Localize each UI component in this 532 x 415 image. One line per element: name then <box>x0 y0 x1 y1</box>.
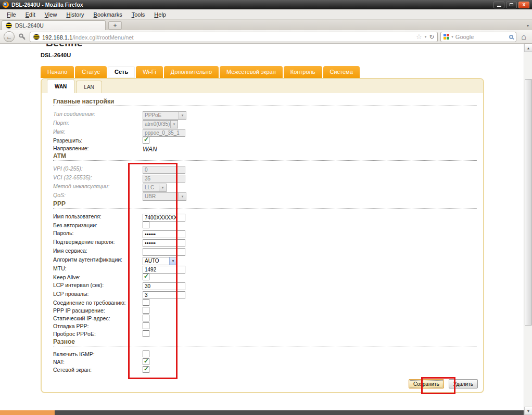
chevron-down-icon: ▾ <box>159 184 166 191</box>
back-button[interactable]: ← <box>4 31 15 42</box>
new-tab-button[interactable]: + <box>108 21 122 30</box>
field-label: LCP интервал (сек): <box>53 282 104 288</box>
checkbox[interactable] <box>143 222 149 228</box>
text-input[interactable] <box>143 291 185 299</box>
checkbox[interactable]: ✓ <box>143 366 149 373</box>
footer-dark-bar <box>55 410 524 415</box>
menu-item-view[interactable]: View <box>40 10 62 19</box>
field-control: ✓ <box>143 366 149 375</box>
restore-button[interactable] <box>506 2 517 8</box>
text-input[interactable] <box>143 175 185 183</box>
close-button[interactable]: X <box>518 2 529 8</box>
field-label: Соединение по требованию: <box>53 300 126 306</box>
checkbox[interactable] <box>143 351 149 357</box>
sub-tab-strip: WANLAN <box>42 79 483 93</box>
form-row: MTU: <box>53 264 472 273</box>
field-control <box>143 281 185 290</box>
checkbox[interactable]: ✓ <box>143 358 149 365</box>
beeline-favicon <box>6 22 12 29</box>
field-label: MTU: <box>53 265 67 271</box>
check-icon: ✓ <box>144 365 149 372</box>
menu-item-tools[interactable]: Tools <box>127 10 150 19</box>
settings-card: WANLAN Главные настройкиТип соединения:P… <box>41 78 484 393</box>
sub-tab-lan[interactable]: LAN <box>76 81 102 93</box>
text-input[interactable] <box>143 248 185 256</box>
text-input[interactable] <box>143 266 185 274</box>
search-engine-dropdown-icon[interactable]: ▾ <box>451 35 453 38</box>
field-label: QoS: <box>53 192 66 198</box>
form-row: Включить IGMP: <box>53 350 472 358</box>
select[interactable]: UBR▾ <box>143 192 186 201</box>
save-button[interactable]: Сохранить <box>409 379 444 388</box>
router-tab[interactable]: Статус <box>75 66 107 78</box>
url-bar[interactable]: 192.168.1.1/index.cgi#rootMenu/net ☆ ▾ ↻ <box>30 32 438 42</box>
field-control <box>143 212 185 222</box>
checkbox[interactable] <box>143 322 149 329</box>
checkbox[interactable] <box>143 307 149 314</box>
url-dropdown-icon[interactable]: ▾ <box>425 35 427 38</box>
text-input[interactable] <box>143 214 185 222</box>
router-tab[interactable]: Дополнительно <box>164 66 219 78</box>
text-input[interactable] <box>143 230 185 238</box>
field-control <box>143 330 149 339</box>
field-label: Направление: <box>53 145 89 151</box>
field-label: Сетевой экран: <box>53 367 92 373</box>
scroll-up-button[interactable]: ▲ <box>524 44 532 52</box>
form-row: Подтверждение пароля: <box>53 238 472 247</box>
form-row: PPP IP расширение: <box>53 306 472 314</box>
scroll-thumb[interactable] <box>525 79 532 326</box>
router-nav-tabs: НачалоСтатусСетьWi-FiДополнительноМежсет… <box>41 66 360 78</box>
scroll-down-button[interactable]: ▼ <box>524 407 532 415</box>
firefox-icon <box>3 2 9 8</box>
router-tab[interactable]: Wi-Fi <box>136 66 163 78</box>
search-bar[interactable]: ▾ Google <box>440 32 516 42</box>
router-tab[interactable]: Сеть <box>108 66 135 78</box>
menu-item-file[interactable]: File <box>2 10 21 19</box>
text-input[interactable] <box>143 129 185 137</box>
text-input[interactable] <box>143 282 185 290</box>
field-label: PPP IP расширение: <box>53 307 105 314</box>
chevron-down-icon: ▾ <box>179 193 186 200</box>
reload-icon[interactable]: ↻ <box>429 34 434 40</box>
url-favicon <box>33 34 40 40</box>
router-tab[interactable]: Начало <box>41 66 74 78</box>
text-input[interactable] <box>143 239 185 247</box>
form-row: Отладка PPP: <box>53 322 472 330</box>
menu-item-help[interactable]: Help <box>149 10 171 19</box>
field-label: LCP провалы: <box>53 291 88 297</box>
chevron-down-icon: ▾ <box>170 121 178 128</box>
checkbox[interactable]: ✓ <box>143 274 149 280</box>
browser-window: DSL-2640U - Mozilla Firefox X FileEditVi… <box>0 0 532 415</box>
checkbox[interactable] <box>143 315 149 321</box>
delete-button[interactable]: Удалить <box>449 379 478 388</box>
google-logo-icon <box>444 34 449 40</box>
checkbox[interactable] <box>143 330 149 337</box>
checkbox[interactable] <box>143 299 149 306</box>
minimize-button[interactable] <box>493 2 504 8</box>
vertical-scrollbar[interactable]: ▲ ▼ <box>524 44 532 415</box>
field-control <box>143 229 185 238</box>
tab-strip: DSL-2640U + ▾ <box>0 20 532 30</box>
field-label: Подтверждение пароля: <box>53 239 115 245</box>
back-icon: ← <box>6 34 12 40</box>
section-title: Главные настройки <box>53 98 472 105</box>
key-button[interactable] <box>17 32 27 42</box>
checkbox[interactable]: ✓ <box>143 137 149 144</box>
menu-item-bookmarks[interactable]: Bookmarks <box>89 10 127 19</box>
home-button[interactable]: ⌂ <box>519 33 528 41</box>
sub-tab-wan[interactable]: WAN <box>47 79 74 93</box>
field-control <box>143 173 185 183</box>
router-tab[interactable]: Система <box>323 66 360 78</box>
tab-list-dropdown-icon[interactable]: ▾ <box>527 23 529 28</box>
bookmark-star-icon[interactable]: ☆ <box>416 33 422 40</box>
browser-tab[interactable]: DSL-2640U <box>2 20 106 30</box>
search-magnifier-icon[interactable] <box>509 35 513 39</box>
menu-item-history[interactable]: History <box>61 10 88 19</box>
select-value: AUTO <box>143 257 169 265</box>
router-tab[interactable]: Межсетевой экран <box>220 66 283 78</box>
settings-form: Главные настройкиТип соединения:PPPoE▾По… <box>42 93 483 392</box>
menu-item-edit[interactable]: Edit <box>21 10 40 19</box>
text-input[interactable] <box>143 166 185 174</box>
router-tab[interactable]: Контроль <box>284 66 322 78</box>
form-section: Главные настройкиТип соединения:PPPoE▾По… <box>53 98 472 152</box>
